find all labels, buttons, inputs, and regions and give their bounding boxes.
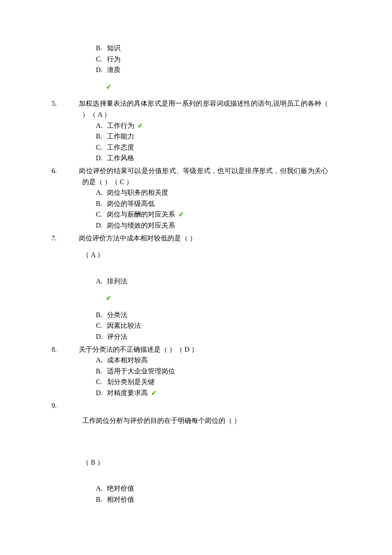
checkmark-icon: ✔ [106, 292, 112, 304]
document-page: B.知识 C.行为 D.潜质 ✔ 5.加权选择量表法的具体形式是用一系列的形容词… [0, 0, 392, 555]
q7-options-cont: B.分类法 C.因素比较法 D.评分法 [62, 309, 328, 342]
q7-options: A.排列法 [62, 276, 328, 287]
question-number: 5. [67, 98, 79, 109]
option-letter: A. [96, 120, 107, 131]
question-5: 5.加权选择量表法的具体形式是用一系列的形容词或描述性的语句,说明员工的各种（ … [62, 98, 328, 164]
stem-text: 加权选择量表法的具体形式是用一系列的形容词或描述性的语句,说明员工的各种（ ）（… [79, 100, 328, 118]
question-answer: （ A ） [62, 249, 328, 260]
q9-options: A.绝对价值 B.相对价值 [62, 483, 328, 505]
option-text: 岗位与薪酬的对应关系 [107, 211, 175, 218]
option-text: 划分类别是关键 [107, 378, 155, 385]
blank-line [62, 442, 328, 451]
q7-correct-mark: ✔ [62, 292, 328, 304]
option-letter: B. [96, 494, 107, 505]
question-8: 8.关于分类法的不正确描述是（ ）（ D ） A.成本相对较高 B.适用于大企业… [62, 344, 328, 399]
question-stem: 7.岗位评价方法中成本相对较低的是（ ） [62, 233, 328, 244]
question-number: 8. [67, 344, 79, 355]
question-9: 9. 工作岗位分析与评价的目的在于明确每个岗位的（ ） （ B ） A.绝对价值… [62, 400, 328, 505]
option-letter: A. [96, 276, 107, 287]
option-text: 岗位的等级高低 [107, 200, 155, 207]
option-text: 工作能力 [107, 133, 134, 140]
checkmark-icon: ✔ [151, 387, 157, 399]
q4-correct-mark: ✔ [62, 81, 328, 92]
option-text: 行为 [107, 55, 121, 63]
question-6: 6.岗位评价的结果可以是分值形式、等级形式，也可以是排序形式，但我们最为关心的是… [62, 165, 328, 231]
stem-text: 关于分类法的不正确描述是（ ）（ D ） [79, 346, 198, 353]
option-text: 岗位与职务的相关度 [107, 189, 168, 196]
blank-line [62, 474, 328, 483]
stem-text: 岗位评价的结果可以是分值形式、等级形式，也可以是排序形式，但我们最为关心的是（ … [79, 167, 328, 185]
option-6b: B.岗位的等级高低 [96, 198, 328, 209]
option-letter: D. [96, 153, 107, 164]
option-text: 工作态度 [107, 144, 134, 151]
question-number: 9. [67, 400, 79, 411]
option-text: 因素比较法 [107, 322, 141, 329]
option-6c: C.岗位与薪酬的对应关系 ✔ [96, 209, 328, 220]
option-text: 对精度要求高 [107, 389, 148, 396]
option-5a: A.工作行为 ✔ [96, 120, 328, 131]
option-letter: A. [96, 355, 107, 366]
q6-options: A.岗位与职务的相关度 B.岗位的等级高低 C.岗位与薪酬的对应关系 ✔ D.岗… [62, 187, 328, 231]
option-letter: B. [96, 366, 107, 377]
option-5d: D.工作风格 [96, 153, 328, 164]
option-5b: B.工作能力 [96, 131, 328, 142]
option-letter: B. [96, 198, 107, 209]
option-letter: D. [96, 331, 107, 342]
blank-line [62, 432, 328, 442]
option-9a: A.绝对价值 [96, 483, 328, 494]
option-6a: A.岗位与职务的相关度 [96, 187, 328, 198]
stem-text: 工作岗位分析与评价的目的在于明确每个岗位的（ ） [62, 415, 328, 426]
option-4c: C.行为 [96, 54, 328, 65]
q4-options: B.知识 C.行为 D.潜质 [62, 43, 328, 75]
question-number: 6. [67, 165, 79, 176]
question-7: 7.岗位评价方法中成本相对较低的是（ ） （ A ） A.排列法 ✔ B.分类法… [62, 233, 328, 342]
option-letter: C. [96, 209, 107, 220]
option-8a: A.成本相对较高 [96, 355, 328, 366]
option-7d: D.评分法 [96, 331, 328, 342]
option-4d: D.潜质 [96, 64, 328, 75]
option-4b: B.知识 [96, 43, 328, 54]
option-text: 绝对价值 [107, 485, 134, 492]
question-number: 7. [67, 233, 79, 244]
option-letter: B. [96, 309, 107, 321]
blank-line [62, 266, 328, 276]
q5-options: A.工作行为 ✔ B.工作能力 C.工作态度 D.工作风格 [62, 120, 328, 164]
option-letter: B. [96, 43, 107, 54]
question-stem: 8.关于分类法的不正确描述是（ ）（ D ） [62, 344, 328, 355]
option-text: 相对价值 [107, 496, 134, 503]
option-text: 适用于大企业管理岗位 [107, 367, 175, 375]
option-7a: A.排列法 [96, 276, 328, 287]
option-letter: B. [96, 131, 107, 142]
option-text: 潜质 [107, 66, 121, 73]
option-5c: C.工作态度 [96, 142, 328, 153]
option-6d: D.岗位与绩效的对应关系 [96, 220, 328, 231]
option-letter: D. [96, 220, 107, 231]
option-letter: C. [96, 54, 107, 65]
option-7b: B.分类法 [96, 309, 328, 321]
question-stem: 5.加权选择量表法的具体形式是用一系列的形容词或描述性的语句,说明员工的各种（ … [62, 98, 328, 120]
option-9b: B.相对价值 [96, 494, 328, 505]
option-text: 知识 [107, 44, 121, 52]
checkmark-icon: ✔ [106, 81, 112, 92]
option-text: 岗位与绩效的对应关系 [107, 222, 175, 229]
option-text: 评分法 [107, 333, 127, 340]
option-letter: A. [96, 187, 107, 198]
checkmark-icon: ✔ [178, 209, 184, 220]
option-text: 工作风格 [107, 154, 134, 162]
option-letter: C. [96, 376, 107, 387]
option-8d: D.对精度要求高 ✔ [96, 387, 328, 399]
option-letter: D. [96, 387, 107, 399]
option-letter: C. [96, 142, 107, 153]
question-answer: （ B ） [62, 457, 328, 468]
question-stem: 9. [62, 400, 328, 411]
option-letter: D. [96, 64, 107, 75]
stem-text: 岗位评价方法中成本相对较低的是（ ） [79, 234, 196, 242]
option-text: 分类法 [107, 311, 127, 318]
option-letter: A. [96, 483, 107, 494]
question-stem: 6.岗位评价的结果可以是分值形式、等级形式，也可以是排序形式，但我们最为关心的是… [62, 165, 328, 187]
option-text: 排列法 [107, 278, 127, 285]
checkmark-icon: ✔ [137, 120, 144, 131]
option-letter: C. [96, 320, 107, 331]
option-text: 工作行为 [107, 122, 134, 129]
q8-options: A.成本相对较高 B.适用于大企业管理岗位 C.划分类别是关键 D.对精度要求高… [62, 355, 328, 398]
